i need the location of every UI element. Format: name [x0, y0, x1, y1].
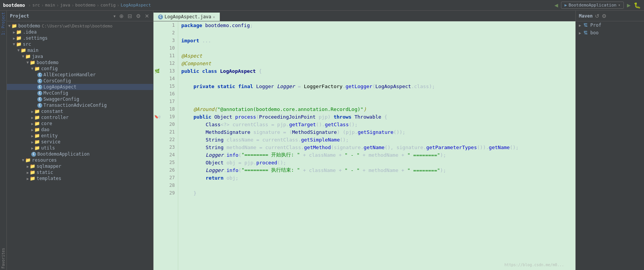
close-panel-button[interactable]: ✕: [144, 12, 150, 20]
code-editor[interactable]: 🌿 🔖@ 1 2: [153, 21, 575, 270]
tree-label-constant: constant: [41, 109, 63, 114]
tree-label-BootdemoApplication: BootdemoApplication: [37, 151, 89, 157]
code-line-14: [181, 75, 572, 82]
tree-item-BootdemoApplication[interactable]: C BootdemoApplication: [7, 151, 153, 157]
code-line-2: [181, 29, 572, 37]
run-button[interactable]: ▶: [627, 2, 631, 9]
right-panel-header: Maven ↺ ⚙: [576, 11, 644, 21]
breadcrumb-java: java: [60, 3, 70, 8]
maven-settings-button[interactable]: ⚙: [602, 13, 607, 19]
line-num-26: 26: [161, 166, 178, 174]
tree-item-controller[interactable]: ▶ 📁 controller: [7, 114, 153, 121]
tree-item-AllExceptionHandler[interactable]: C AllExceptionHandler: [7, 72, 153, 78]
tree-label-settings: .settings: [23, 35, 48, 41]
tree-item-service[interactable]: ▶ 📁 service: [7, 139, 153, 145]
tree-item-constant[interactable]: ▶ 📁 constant: [7, 108, 153, 114]
tree-item-config[interactable]: ▶ 📁 config: [7, 66, 153, 72]
arrow-templates: ▶: [27, 177, 29, 181]
code-line-1: package bootdemo.config;: [181, 21, 572, 29]
editor-tab-LogAopAspect[interactable]: C LogAopAspect.java ✕: [153, 13, 220, 21]
tree-item-dao[interactable]: ▶ 📁 dao: [7, 127, 153, 133]
editor-area: C LogAopAspect.java ✕ 🌿 🔖@: [153, 11, 575, 270]
collapse-all-button[interactable]: ⊟: [127, 12, 133, 20]
arrow-service: ▶: [31, 140, 34, 144]
tree-item-entity[interactable]: ▶ 📁 entity: [7, 133, 153, 139]
folder-icon-entity: 📁: [34, 133, 40, 138]
line-num-10: 10: [161, 44, 178, 52]
tree-item-static[interactable]: ▶ 📁 static: [7, 169, 153, 175]
code-line-23: String methodName = currentClass. getMet…: [181, 143, 572, 151]
arrow-bootdemo-pkg: ▶: [26, 61, 30, 64]
tree-item-TransactionAdviceConfig[interactable]: C TransactionAdviceConfig: [7, 102, 153, 108]
tree-item-core[interactable]: ▶ 📁 core: [7, 121, 153, 127]
code-line-18: @Around("@annotation(bootdemo.core.annot…: [181, 105, 572, 113]
java-icon-MvcConfig: C: [37, 91, 42, 96]
back-button[interactable]: ◀: [555, 2, 558, 9]
tree-item-CorsConfig[interactable]: C CorsConfig: [7, 78, 153, 84]
main-area: 1: Project Favorites Project ▾ ⊕ ⊟ ⚙ ✕ ▶…: [0, 11, 644, 270]
tree-item-settings[interactable]: ▶ 📁 .settings: [7, 35, 153, 41]
code-line-10: [181, 44, 572, 52]
run-config-name: BootdemoApplication: [569, 3, 617, 8]
arrow-core: ▶: [31, 122, 34, 126]
line-num-11: 11: [161, 52, 178, 59]
arrow-dao: ▶: [31, 128, 34, 132]
tree-label-entity: entity: [41, 133, 58, 138]
top-bar: bootdemo › src › main › java › bootdemo …: [0, 0, 644, 11]
code-line-21: MethodSignature signature = ( MethodSign…: [181, 128, 572, 136]
right-panel-label-boo: boo: [590, 30, 599, 35]
tree-item-main[interactable]: ▶ 📁 main: [7, 47, 153, 53]
folder-icon-sqlmapper: 📁: [30, 164, 35, 169]
breadcrumb-main: main: [45, 3, 55, 8]
arrow-bootdemo: ▶: [8, 25, 12, 27]
java-icon-SwaggerConfig: C: [37, 97, 42, 102]
tree-item-utils[interactable]: ▶ 📁 utils: [7, 145, 153, 151]
sidebar-label-favorites[interactable]: Favorites: [1, 246, 5, 270]
code-line-15: private static final Logger Logger = Log…: [181, 82, 572, 90]
arrow-idea: ▶: [13, 30, 15, 34]
tree-item-resources[interactable]: ▶ 📁 resources: [7, 157, 153, 163]
sidebar-label-project[interactable]: 1: Project: [1, 11, 5, 37]
breadcrumb-config: config: [101, 3, 116, 8]
folder-icon-templates: 📁: [30, 176, 35, 181]
locate-file-button[interactable]: ⊕: [118, 12, 125, 20]
folder-icon-idea: 📁: [16, 29, 22, 35]
tree-label-static: static: [37, 170, 53, 175]
tree-item-MvcConfig[interactable]: C MvcConfig: [7, 90, 153, 96]
right-panel-title: Maven: [579, 13, 593, 19]
code-content[interactable]: package bootdemo.config; import ... @Asp…: [178, 21, 575, 270]
code-line-20: Class<?> currentClass = pjp. getTarget()…: [181, 121, 572, 128]
tree-item-bootdemo-pkg[interactable]: ▶ 📁 bootdemo: [7, 59, 153, 66]
java-icon-LogAopAspect: C: [37, 85, 42, 90]
tree-item-java[interactable]: ▶ 📁 java: [7, 53, 153, 59]
tree-item-sqlmapper[interactable]: ▶ 📁 sqlmapper: [7, 163, 153, 169]
tree-label-sqlmapper: sqlmapper: [37, 164, 61, 169]
right-panel-item-boo[interactable]: ▶ 🏗 boo: [576, 29, 644, 37]
line-num-27: 27: [161, 174, 178, 182]
debug-button[interactable]: 🐛: [634, 2, 641, 9]
tree-item-templates[interactable]: ▶ 📁 templates: [7, 175, 153, 182]
folder-icon-main: 📁: [21, 48, 26, 53]
right-panel-item-prof[interactable]: ▶ 🏗 Prof: [576, 21, 644, 29]
arrow-entity: ▶: [31, 134, 34, 138]
tree-item-src[interactable]: ▶ 📁 src: [7, 41, 153, 47]
folder-icon-java: 📁: [25, 54, 31, 59]
tree-item-LogAopAspect[interactable]: C LogAopAspect: [7, 84, 153, 90]
arrow-sqlmapper: ▶: [27, 164, 29, 169]
java-icon-CorsConfig: C: [37, 79, 42, 84]
maven-refresh-button[interactable]: ↺: [595, 13, 599, 19]
tree-item-bootdemo-root[interactable]: ▶ 📁 bootdemo C:\Users\wd\Desktop\bootdem…: [7, 23, 153, 29]
right-panel-arrow-prof: ▶: [579, 23, 581, 27]
run-config-selector[interactable]: ▶ Maven BootdemoApplication ▾: [561, 2, 624, 9]
code-line-17: [181, 98, 572, 105]
line-num-22: 22: [161, 136, 178, 143]
arrow-utils: ▶: [31, 146, 34, 150]
code-line-22: String className = currentClass. getSimp…: [181, 136, 572, 143]
breadcrumb-src: src: [32, 3, 40, 8]
tree-label-core: core: [41, 121, 52, 126]
settings-button[interactable]: ⚙: [135, 12, 142, 20]
tree-item-idea[interactable]: ▶ 📁 .idea: [7, 29, 153, 35]
tree-item-SwaggerConfig[interactable]: C SwaggerConfig: [7, 96, 153, 102]
tab-close-button[interactable]: ✕: [213, 15, 215, 19]
tree-label-resources: resources: [32, 158, 57, 163]
